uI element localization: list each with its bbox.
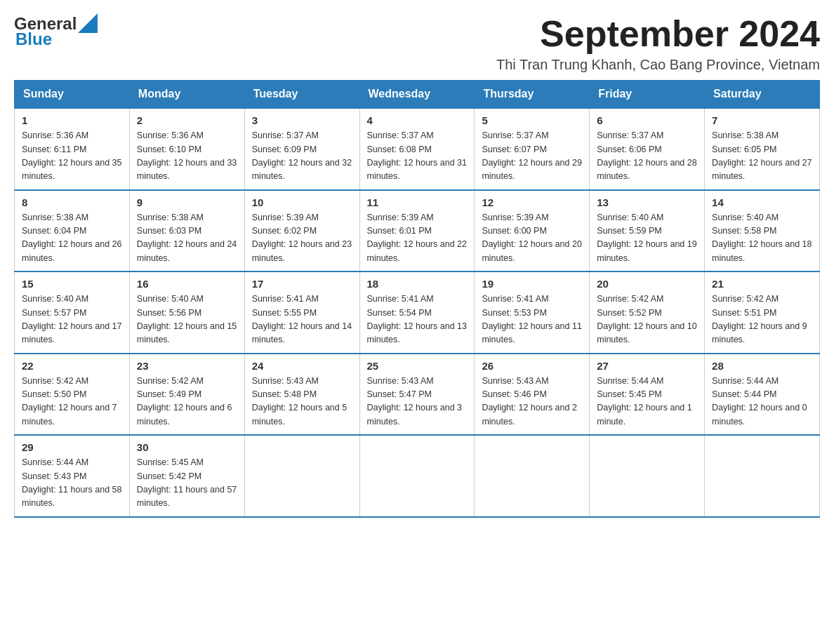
- day-info: Sunrise: 5:43 AM Sunset: 5:47 PM Dayligh…: [367, 375, 468, 429]
- calendar-cell: 24 Sunrise: 5:43 AM Sunset: 5:48 PM Dayl…: [244, 354, 359, 436]
- day-number: 6: [597, 114, 697, 126]
- calendar-cell: 10 Sunrise: 5:39 AM Sunset: 6:02 PM Dayl…: [244, 190, 359, 272]
- calendar-cell: 26 Sunrise: 5:43 AM Sunset: 5:46 PM Dayl…: [475, 354, 590, 436]
- day-info: Sunrise: 5:43 AM Sunset: 5:48 PM Dayligh…: [252, 375, 352, 429]
- day-number: 16: [137, 278, 237, 290]
- day-info: Sunrise: 5:42 AM Sunset: 5:52 PM Dayligh…: [597, 293, 697, 347]
- page-header: General Blue September 2024 Thi Tran Tru…: [14, 14, 820, 73]
- day-info: Sunrise: 5:43 AM Sunset: 5:46 PM Dayligh…: [482, 375, 582, 429]
- calendar-cell: 23 Sunrise: 5:42 AM Sunset: 5:49 PM Dayl…: [129, 354, 244, 436]
- day-info: Sunrise: 5:44 AM Sunset: 5:44 PM Dayligh…: [712, 375, 812, 429]
- day-number: 14: [712, 196, 812, 208]
- weekday-header-thursday: Thursday: [475, 81, 590, 109]
- weekday-header-friday: Friday: [590, 81, 705, 109]
- weekday-header-sunday: Sunday: [15, 81, 130, 109]
- calendar-cell: 8 Sunrise: 5:38 AM Sunset: 6:04 PM Dayli…: [15, 190, 130, 272]
- day-info: Sunrise: 5:38 AM Sunset: 6:03 PM Dayligh…: [137, 211, 237, 266]
- day-info: Sunrise: 5:40 AM Sunset: 5:56 PM Dayligh…: [137, 293, 237, 347]
- calendar-cell: 15 Sunrise: 5:40 AM Sunset: 5:57 PM Dayl…: [15, 271, 130, 354]
- day-info: Sunrise: 5:42 AM Sunset: 5:50 PM Dayligh…: [22, 375, 122, 429]
- calendar-cell: 2 Sunrise: 5:36 AM Sunset: 6:10 PM Dayli…: [129, 108, 244, 190]
- calendar-cell: 19 Sunrise: 5:41 AM Sunset: 5:53 PM Dayl…: [475, 271, 590, 354]
- day-number: 2: [137, 114, 237, 126]
- day-number: 25: [367, 360, 468, 372]
- day-info: Sunrise: 5:45 AM Sunset: 5:42 PM Dayligh…: [137, 456, 237, 511]
- day-info: Sunrise: 5:42 AM Sunset: 5:51 PM Dayligh…: [712, 293, 812, 347]
- day-number: 15: [22, 278, 122, 290]
- day-info: Sunrise: 5:44 AM Sunset: 5:43 PM Dayligh…: [22, 456, 122, 511]
- day-info: Sunrise: 5:42 AM Sunset: 5:49 PM Dayligh…: [137, 375, 237, 429]
- day-number: 20: [597, 278, 697, 290]
- calendar-cell: 4 Sunrise: 5:37 AM Sunset: 6:08 PM Dayli…: [359, 108, 475, 190]
- day-info: Sunrise: 5:36 AM Sunset: 6:11 PM Dayligh…: [22, 129, 122, 184]
- calendar-cell: 1 Sunrise: 5:36 AM Sunset: 6:11 PM Dayli…: [15, 108, 130, 190]
- day-info: Sunrise: 5:37 AM Sunset: 6:08 PM Dayligh…: [367, 129, 468, 184]
- week-row-5: 29 Sunrise: 5:44 AM Sunset: 5:43 PM Dayl…: [15, 435, 820, 517]
- day-number: 9: [137, 196, 237, 208]
- day-number: 26: [482, 360, 582, 372]
- calendar-cell: 21 Sunrise: 5:42 AM Sunset: 5:51 PM Dayl…: [705, 271, 820, 354]
- day-info: Sunrise: 5:38 AM Sunset: 6:05 PM Dayligh…: [712, 129, 812, 184]
- calendar-cell: 17 Sunrise: 5:41 AM Sunset: 5:55 PM Dayl…: [244, 271, 359, 354]
- day-info: Sunrise: 5:40 AM Sunset: 5:57 PM Dayligh…: [22, 293, 122, 347]
- day-number: 27: [597, 360, 697, 372]
- calendar-cell: 20 Sunrise: 5:42 AM Sunset: 5:52 PM Dayl…: [590, 271, 705, 354]
- calendar-cell: [475, 435, 590, 517]
- location-subtitle: Thi Tran Trung Khanh, Cao Bang Province,…: [496, 57, 820, 73]
- calendar-cell: 12 Sunrise: 5:39 AM Sunset: 6:00 PM Dayl…: [475, 190, 590, 272]
- calendar-cell: 3 Sunrise: 5:37 AM Sunset: 6:09 PM Dayli…: [244, 108, 359, 190]
- calendar-cell: 13 Sunrise: 5:40 AM Sunset: 5:59 PM Dayl…: [590, 190, 705, 272]
- day-number: 19: [482, 278, 582, 290]
- day-number: 30: [137, 441, 237, 453]
- day-info: Sunrise: 5:39 AM Sunset: 6:01 PM Dayligh…: [367, 211, 468, 266]
- day-number: 11: [367, 196, 468, 208]
- day-number: 10: [252, 196, 352, 208]
- calendar-cell: 30 Sunrise: 5:45 AM Sunset: 5:42 PM Dayl…: [129, 435, 244, 517]
- day-info: Sunrise: 5:37 AM Sunset: 6:07 PM Dayligh…: [482, 129, 582, 184]
- week-row-3: 15 Sunrise: 5:40 AM Sunset: 5:57 PM Dayl…: [15, 271, 820, 354]
- title-area: September 2024 Thi Tran Trung Khanh, Cao…: [496, 14, 820, 73]
- calendar-cell: 22 Sunrise: 5:42 AM Sunset: 5:50 PM Dayl…: [15, 354, 130, 436]
- day-info: Sunrise: 5:41 AM Sunset: 5:54 PM Dayligh…: [367, 293, 468, 347]
- day-info: Sunrise: 5:40 AM Sunset: 5:59 PM Dayligh…: [597, 211, 697, 266]
- calendar-cell: 11 Sunrise: 5:39 AM Sunset: 6:01 PM Dayl…: [359, 190, 475, 272]
- day-number: 3: [252, 114, 352, 126]
- calendar-cell: 16 Sunrise: 5:40 AM Sunset: 5:56 PM Dayl…: [129, 271, 244, 354]
- day-info: Sunrise: 5:40 AM Sunset: 5:58 PM Dayligh…: [712, 211, 812, 266]
- calendar-cell: 29 Sunrise: 5:44 AM Sunset: 5:43 PM Dayl…: [15, 435, 130, 517]
- calendar-cell: [590, 435, 705, 517]
- weekday-header-row: SundayMondayTuesdayWednesdayThursdayFrid…: [15, 81, 820, 109]
- day-info: Sunrise: 5:37 AM Sunset: 6:09 PM Dayligh…: [252, 129, 352, 184]
- day-number: 21: [712, 278, 812, 290]
- day-number: 22: [22, 360, 122, 372]
- weekday-header-wednesday: Wednesday: [359, 81, 475, 109]
- day-info: Sunrise: 5:39 AM Sunset: 6:00 PM Dayligh…: [482, 211, 582, 266]
- day-info: Sunrise: 5:44 AM Sunset: 5:45 PM Dayligh…: [597, 375, 697, 429]
- day-info: Sunrise: 5:41 AM Sunset: 5:55 PM Dayligh…: [252, 293, 352, 347]
- logo: General Blue: [14, 14, 98, 49]
- svg-marker-0: [78, 13, 98, 33]
- calendar-cell: 14 Sunrise: 5:40 AM Sunset: 5:58 PM Dayl…: [705, 190, 820, 272]
- weekday-header-monday: Monday: [129, 81, 244, 109]
- calendar-cell: 5 Sunrise: 5:37 AM Sunset: 6:07 PM Dayli…: [475, 108, 590, 190]
- day-number: 29: [22, 441, 122, 453]
- day-number: 12: [482, 196, 582, 208]
- calendar-cell: 18 Sunrise: 5:41 AM Sunset: 5:54 PM Dayl…: [359, 271, 475, 354]
- day-number: 1: [22, 114, 122, 126]
- calendar-cell: 6 Sunrise: 5:37 AM Sunset: 6:06 PM Dayli…: [590, 108, 705, 190]
- calendar-table: SundayMondayTuesdayWednesdayThursdayFrid…: [14, 80, 820, 518]
- day-number: 17: [252, 278, 352, 290]
- calendar-cell: [705, 435, 820, 517]
- day-number: 7: [712, 114, 812, 126]
- calendar-cell: 7 Sunrise: 5:38 AM Sunset: 6:05 PM Dayli…: [705, 108, 820, 190]
- weekday-header-tuesday: Tuesday: [244, 81, 359, 109]
- day-info: Sunrise: 5:36 AM Sunset: 6:10 PM Dayligh…: [137, 129, 237, 184]
- day-number: 4: [367, 114, 468, 126]
- calendar-cell: [359, 435, 475, 517]
- day-number: 13: [597, 196, 697, 208]
- logo-triangle-icon: [78, 13, 98, 33]
- day-number: 24: [252, 360, 352, 372]
- day-number: 23: [137, 360, 237, 372]
- day-number: 18: [367, 278, 468, 290]
- day-info: Sunrise: 5:38 AM Sunset: 6:04 PM Dayligh…: [22, 211, 122, 266]
